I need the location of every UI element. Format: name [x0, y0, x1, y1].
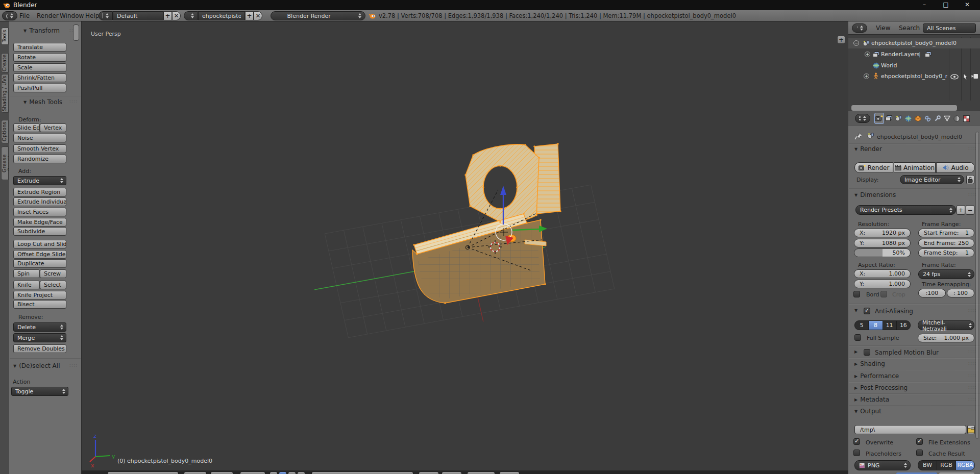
- tab-scene[interactable]: [894, 113, 903, 124]
- aa-size-field[interactable]: Size:1.000 px: [918, 334, 974, 342]
- panel-header-shading[interactable]: ▶Shading: [854, 360, 885, 367]
- slide-edge-button[interactable]: Slide Ed: [13, 123, 40, 132]
- merge-dropdown[interactable]: Merge: [13, 333, 66, 342]
- tab-material[interactable]: [952, 113, 962, 124]
- anti-aliasing-checkbox[interactable]: [864, 308, 870, 314]
- outliner-menu-search[interactable]: Search: [899, 21, 920, 35]
- tab-texture[interactable]: [962, 113, 971, 124]
- tab-options[interactable]: Options: [1, 120, 9, 143]
- stepper-arrows-icon[interactable]: [58, 325, 63, 330]
- stepper-arrows-icon[interactable]: [965, 272, 971, 277]
- duplicate-button[interactable]: Duplicate: [13, 259, 66, 268]
- file-extensions-checkbox[interactable]: [916, 438, 923, 445]
- panel-header-anti-aliasing[interactable]: ▼: [854, 307, 860, 314]
- outliner-row-object[interactable]: + ehpocketpistol_body0_moc: [848, 71, 980, 82]
- aa-samples-8[interactable]: 8: [869, 321, 883, 330]
- rotate-button[interactable]: Rotate: [13, 53, 66, 62]
- audio-button[interactable]: Audio: [936, 162, 975, 173]
- remove-doubles-button[interactable]: Remove Doubles: [13, 344, 66, 353]
- manipulator-translate-button-partial[interactable]: [279, 471, 287, 474]
- spin-button[interactable]: Spin: [13, 269, 40, 278]
- editor-type-selector[interactable]: [855, 114, 870, 123]
- mode-dropdown-partial[interactable]: [107, 471, 179, 474]
- cache-result-checkbox[interactable]: [916, 450, 923, 456]
- render-buttons-partial[interactable]: [499, 471, 520, 474]
- tab-world[interactable]: [903, 113, 913, 124]
- stepper-arrows-icon[interactable]: [857, 26, 863, 31]
- orientation-dropdown-partial[interactable]: [240, 471, 265, 474]
- panel-header-deselect-all[interactable]: ▼(De)select All: [13, 362, 60, 369]
- crop-checkbox[interactable]: [880, 291, 887, 297]
- knife-project-button[interactable]: Knife Project: [13, 291, 66, 300]
- pin-icon[interactable]: [854, 132, 863, 140]
- end-frame-field[interactable]: End Frame:250: [918, 239, 974, 247]
- overwrite-checkbox[interactable]: [853, 438, 860, 445]
- delete-layout-button[interactable]: ✕: [172, 11, 181, 20]
- panel-header-post-processing[interactable]: ▶Post Processing: [854, 384, 908, 391]
- layers-widget-partial[interactable]: [311, 471, 413, 474]
- randomize-button[interactable]: Randomize: [13, 155, 66, 163]
- screw-button[interactable]: Screw: [40, 269, 66, 278]
- render-engine-dropdown[interactable]: Blender Render: [271, 11, 365, 20]
- snap-dropdown-partial[interactable]: [419, 471, 439, 474]
- translate-button[interactable]: Translate: [13, 43, 66, 52]
- collapse-icon[interactable]: −: [853, 40, 859, 46]
- outliner-filter-dropdown[interactable]: All Scenes: [923, 23, 976, 33]
- manipulator-scale-button-partial[interactable]: [297, 471, 305, 474]
- proportional-edit-partial[interactable]: [467, 471, 495, 474]
- extrude-dropdown[interactable]: Extrude: [13, 176, 66, 185]
- scene-icon-button[interactable]: [184, 11, 198, 20]
- knife-select-button[interactable]: Select: [40, 281, 66, 289]
- visibility-eye-icon[interactable]: [950, 74, 959, 80]
- delete-dropdown[interactable]: Delete: [13, 322, 66, 332]
- outliner-row-scene[interactable]: − ehpocketpistol_body0_model0: [848, 38, 980, 48]
- output-path-field[interactable]: /tmp\: [854, 425, 966, 434]
- screen-layout-field[interactable]: Default: [113, 11, 163, 20]
- maximize-button[interactable]: □: [936, 0, 955, 10]
- tab-render[interactable]: [874, 113, 884, 124]
- extrude-region-button[interactable]: Extrude Region: [13, 188, 66, 196]
- remove-preset-button[interactable]: −: [966, 205, 974, 215]
- resolution-x-field[interactable]: X:1920 px: [854, 229, 911, 237]
- stepper-arrows-icon[interactable]: [8, 13, 13, 18]
- add-preset-button[interactable]: +: [957, 205, 965, 215]
- sampled-motion-blur-checkbox[interactable]: [864, 349, 870, 356]
- aa-filter-dropdown[interactable]: Mitchell-Netravali: [918, 320, 974, 330]
- stepper-arrows-icon[interactable]: [955, 177, 961, 182]
- inset-faces-button[interactable]: Inset Faces: [13, 208, 66, 216]
- start-frame-field[interactable]: Start Frame:1: [918, 229, 974, 237]
- panel-grip-icon[interactable]: ::::: [69, 99, 78, 104]
- close-button[interactable]: ✕: [958, 0, 977, 10]
- aspect-y-field[interactable]: Y:1.000: [854, 280, 911, 288]
- subdivide-button[interactable]: Subdivide: [13, 227, 66, 236]
- add-layout-button[interactable]: +: [163, 11, 172, 20]
- outliner-scrollbar[interactable]: [851, 105, 958, 111]
- bisect-button[interactable]: Bisect: [13, 300, 66, 309]
- pivot-dropdown-partial[interactable]: [210, 471, 233, 474]
- stepper-arrows-icon[interactable]: [103, 13, 109, 18]
- color-mode-segment[interactable]: BW RGB RGBA: [918, 460, 975, 470]
- stepper-arrows-icon[interactable]: [60, 389, 65, 394]
- minimize-button[interactable]: –: [915, 0, 934, 10]
- manipulator-button-partial[interactable]: [270, 471, 278, 474]
- properties-scrollbar[interactable]: [975, 132, 979, 439]
- tab-grease-pencil[interactable]: Grease Pencil: [1, 146, 9, 180]
- color-mode-rgb[interactable]: RGB: [937, 461, 956, 470]
- action-toggle-dropdown[interactable]: Toggle: [11, 387, 68, 396]
- animation-button[interactable]: Animation: [894, 162, 936, 173]
- stepper-arrows-icon[interactable]: [356, 13, 361, 18]
- 3d-viewport[interactable]: z y x User Persp (0) ehpocketpistol_body…: [82, 21, 848, 474]
- aspect-x-field[interactable]: X:1.000: [854, 269, 911, 278]
- tab-object[interactable]: [913, 113, 923, 124]
- shrink-fatten-button[interactable]: Shrink/Fatten: [13, 73, 66, 82]
- panel-grip-icon[interactable]: ::::: [69, 363, 78, 368]
- panel-header-output[interactable]: ▼Output: [854, 408, 881, 415]
- tab-constraints[interactable]: [923, 113, 933, 124]
- menu-render[interactable]: Render: [35, 10, 61, 21]
- render-button[interactable]: Render: [854, 162, 893, 173]
- stepper-arrows-icon[interactable]: [58, 178, 63, 183]
- tab-render-layers[interactable]: [884, 113, 894, 124]
- loop-cut-slide-button[interactable]: Loop Cut and Slide: [13, 240, 66, 248]
- time-remap-new-field[interactable]: : 100: [947, 289, 974, 297]
- stepper-arrows-icon[interactable]: [947, 208, 952, 213]
